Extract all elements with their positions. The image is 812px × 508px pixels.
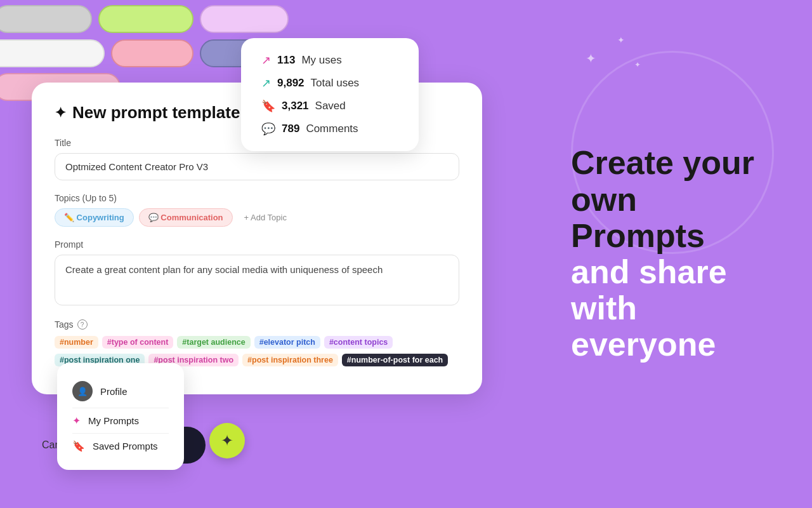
title-sparkle-icon: ✦ xyxy=(55,105,66,121)
bookmark-icon: 🔖 xyxy=(261,99,275,113)
hero-line2: own Prompts xyxy=(571,182,774,254)
topics-row: ✏️ Copywriting 💬 Communication + Add Top… xyxy=(55,208,459,227)
tag-target-audience[interactable]: #target audience xyxy=(177,336,250,349)
fab-button[interactable]: ✦ xyxy=(209,423,245,458)
topic-communication[interactable]: 💬 Communication xyxy=(139,208,233,227)
saved-prompts-icon: 🔖 xyxy=(72,440,85,452)
tags-row-1: #number #type of content #target audienc… xyxy=(55,336,459,349)
tags-label: Tags ? xyxy=(55,319,459,330)
tag-content-topics[interactable]: #content topics xyxy=(324,336,393,349)
stat-total-uses: ↗ 9,892 Total uses xyxy=(261,76,398,90)
arrow-up-teal-icon: ↗ xyxy=(261,76,271,90)
my-uses-value: 113 xyxy=(277,54,295,67)
saved-prompts-label: Saved Prompts xyxy=(93,441,158,451)
avatar: 👤 xyxy=(72,381,93,401)
form-title-text: New prompt template xyxy=(72,103,240,123)
my-uses-label: My uses xyxy=(301,54,341,67)
title-input[interactable] xyxy=(55,153,459,180)
profile-item-my-prompts[interactable]: ✦ My Prompts xyxy=(72,408,169,434)
main-container: ↗ 113 My uses ↗ 9,892 Total uses 🔖 3,321… xyxy=(0,0,812,508)
profile-menu-card: 👤 Profile ✦ My Prompts 🔖 Saved Prompts xyxy=(57,363,184,470)
profile-item-saved-prompts[interactable]: 🔖 Saved Prompts xyxy=(72,434,169,458)
my-prompts-icon: ✦ xyxy=(72,415,81,427)
profile-label: Profile xyxy=(100,386,128,397)
tag-elevator-pitch[interactable]: #elevator pitch xyxy=(254,336,320,349)
hero-line1: Create your xyxy=(571,145,774,181)
tag-number[interactable]: #number xyxy=(55,336,98,349)
stat-my-uses: ↗ 113 My uses xyxy=(261,53,398,67)
right-panel: Create your own Prompts and share with e… xyxy=(533,0,812,508)
comments-value: 789 xyxy=(282,123,299,135)
my-prompts-label: My Prompts xyxy=(88,415,139,426)
stat-comments: 💬 789 Comments xyxy=(261,122,398,136)
hero-headline: Create your own Prompts and share with e… xyxy=(571,145,774,363)
stat-saved: 🔖 3,321 Saved xyxy=(261,99,398,113)
topics-label: Topics (Up to 5) xyxy=(55,193,459,203)
tag-number-of-post[interactable]: #number-of-post for each xyxy=(342,354,448,366)
tag-post-inspiration-three[interactable]: #post inspiration three xyxy=(242,354,338,366)
profile-item-profile[interactable]: 👤 Profile xyxy=(72,375,169,408)
stats-card: ↗ 113 My uses ↗ 9,892 Total uses 🔖 3,321… xyxy=(241,38,419,151)
hero-line3: and share xyxy=(571,254,774,290)
prompt-textarea[interactable]: Create a great content plan for any soci… xyxy=(55,255,459,305)
hero-line4: with everyone xyxy=(571,290,774,363)
arrow-up-icon: ↗ xyxy=(261,53,271,67)
tag-type-of-content[interactable]: #type of content xyxy=(102,336,174,349)
total-uses-label: Total uses xyxy=(311,77,360,90)
help-icon[interactable]: ? xyxy=(77,319,88,330)
saved-value: 3,321 xyxy=(282,100,309,112)
left-panel: ↗ 113 My uses ↗ 9,892 Total uses 🔖 3,321… xyxy=(0,0,533,508)
saved-label: Saved xyxy=(315,100,346,112)
comment-icon: 💬 xyxy=(261,122,275,136)
total-uses-value: 9,892 xyxy=(277,77,304,90)
comments-label: Comments xyxy=(306,123,358,135)
topic-copywriting[interactable]: ✏️ Copywriting xyxy=(55,208,134,227)
prompt-label: Prompt xyxy=(55,239,459,250)
add-topic-button[interactable]: + Add Topic xyxy=(238,209,293,226)
